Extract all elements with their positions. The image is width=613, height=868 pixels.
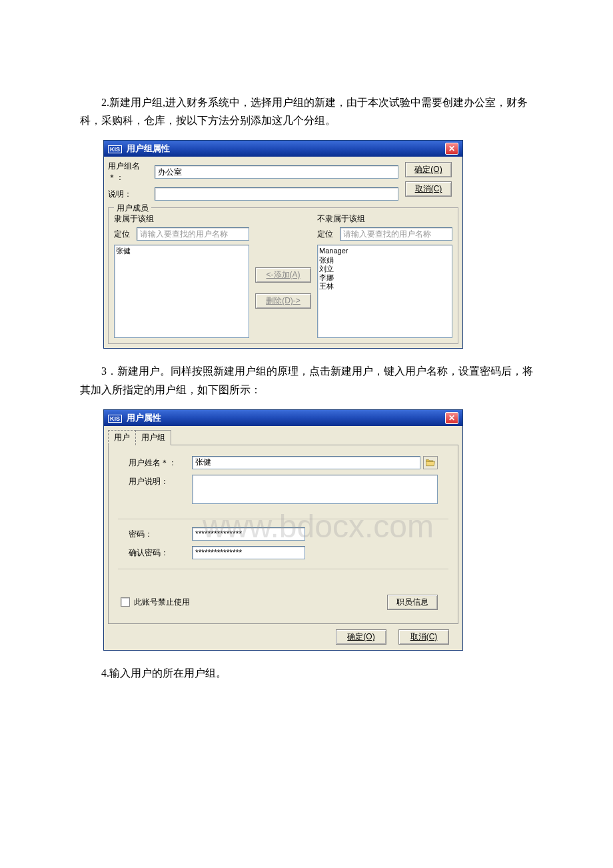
disable-account-label: 此账号禁止使用 [134,597,190,608]
confirm-password-input[interactable] [192,546,305,559]
ok-button[interactable]: 确定(O) [405,162,452,177]
kis-icon: KIS [108,145,122,153]
members-legend: 用户成员 [114,203,151,214]
employee-info-button[interactable]: 职员信息 [387,595,438,610]
userdesc-input[interactable] [192,475,438,504]
username-input[interactable] [192,456,420,469]
list-item[interactable]: 张健 [116,247,247,255]
kis-icon: KIS [108,415,122,423]
dialog-user-group-properties: KIS 用户组属性 ✕ 用户组名＊： 说明： 确定(O) [103,140,533,349]
disable-account-checkbox[interactable]: 此账号禁止使用 [121,597,190,608]
browse-button[interactable] [423,456,438,469]
password-label: 密码： [129,527,192,540]
belong-column: 隶属于该组 定位 张健 [114,213,249,338]
belong-label: 隶属于该组 [114,213,249,225]
list-item[interactable]: 张娟 [319,256,450,265]
paragraph-step3: 3．新建用户。同样按照新建用户组的原理，点击新建用户，键入用户名称，设置密码后，… [80,362,533,398]
list-item[interactable]: 刘立 [319,265,450,273]
cancel-button[interactable]: 取消(C) [398,629,449,645]
list-item[interactable]: 王林 [319,282,450,291]
cancel-button[interactable]: 取消(C) [405,181,452,197]
title-text: KIS 用户属性 [108,412,161,424]
belong-listbox[interactable]: 张健 [114,245,249,338]
tab-user-group[interactable]: 用户组 [135,430,171,445]
checkbox-box [121,597,130,607]
titlebar: KIS 用户属性 ✕ [104,410,462,426]
notbelong-column: 不隶属于该组 定位 Manager 张娟 刘立 李娜 王林 [317,213,452,338]
locate-label-right: 定位 [317,229,340,240]
username-label: 用户姓名＊： [129,456,192,469]
delete-button[interactable]: 删除(D)-> [255,293,311,309]
locate-input-left[interactable] [137,227,249,241]
folder-open-icon [425,458,436,467]
group-name-label: 用户组名＊： [108,161,155,183]
password-input[interactable] [192,527,305,541]
tab-user[interactable]: 用户 [108,430,136,445]
notbelong-listbox[interactable]: Manager 张娟 刘立 李娜 王林 [317,245,452,338]
locate-input-right[interactable] [340,227,452,241]
members-fieldset: 用户成员 隶属于该组 定位 张健 <-添加(A) 删除 [108,207,458,344]
dialog-user-properties: www.bdocx.com KIS 用户属性 ✕ 用户 用户组 用户姓名＊： [103,409,533,651]
add-button[interactable]: <-添加(A) [255,267,311,283]
paragraph-step4: 4.输入用户的所在用户组。 [80,664,533,682]
desc-input[interactable] [155,187,398,201]
notbelong-label: 不隶属于该组 [317,213,452,225]
title-text: KIS 用户组属性 [108,143,170,155]
locate-label-left: 定位 [114,229,137,240]
userdesc-label: 用户说明： [129,475,192,487]
desc-label: 说明： [108,189,155,200]
ok-button[interactable]: 确定(O) [336,629,386,645]
confirm-password-label: 确认密码： [129,546,192,559]
group-name-input[interactable] [155,165,398,179]
close-icon[interactable]: ✕ [445,412,458,424]
list-item[interactable]: 李娜 [319,273,450,282]
paragraph-step2: 2.新建用户组,进入财务系统中，选择用户组的新建，由于本次试验中需要创建办公室，… [80,93,533,129]
list-item[interactable]: Manager [319,247,450,255]
titlebar: KIS 用户组属性 ✕ [104,141,462,157]
close-icon[interactable]: ✕ [445,143,458,155]
